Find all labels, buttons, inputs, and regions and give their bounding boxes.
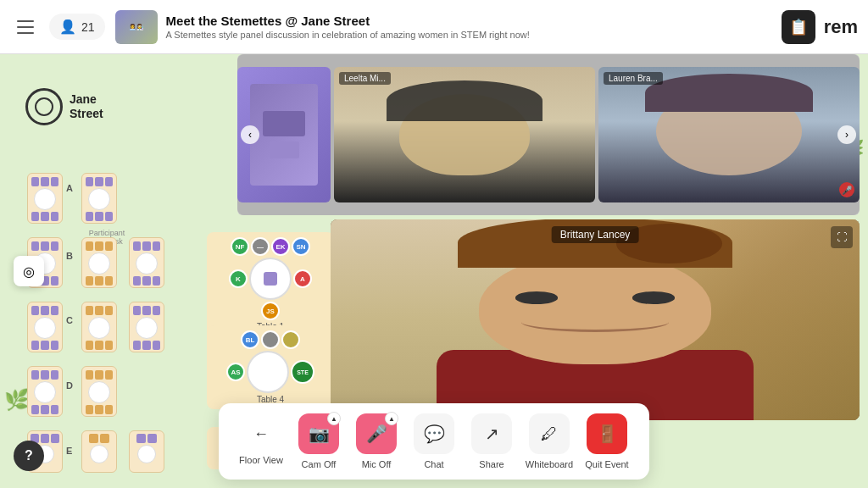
seat <box>31 405 39 414</box>
avatar-k[interactable]: K <box>229 269 248 288</box>
app-logo-button[interactable]: 📋 <box>782 10 815 44</box>
seat <box>95 212 103 221</box>
mic-off-indicator: 🎤 <box>839 182 854 197</box>
table-row-mid-t4: AS STE <box>212 351 329 393</box>
seat-row <box>31 241 58 251</box>
seat-row <box>86 212 113 221</box>
avatar-sn[interactable]: SN <box>292 237 310 256</box>
chat-button[interactable]: 💬 <box>414 413 454 454</box>
hair-1 <box>387 80 543 121</box>
share-button[interactable]: ↗ <box>471 413 512 454</box>
share-item[interactable]: ↗ Share <box>466 413 517 469</box>
avatar-gray[interactable] <box>261 330 280 349</box>
quit-icon: 🚪 <box>597 424 618 444</box>
seat <box>95 276 103 286</box>
seat <box>136 434 146 443</box>
help-button[interactable]: ? <box>14 441 44 471</box>
avatar-bl[interactable]: BL <box>241 330 259 349</box>
seat <box>142 241 150 251</box>
location-icon: ◎ <box>23 263 35 280</box>
main-video-name: Brittany Lancey <box>552 226 639 243</box>
seat-row <box>31 405 58 414</box>
seat-row <box>133 306 160 315</box>
seat <box>153 241 160 251</box>
video-next-button[interactable]: › <box>837 125 856 144</box>
row-label-e: E <box>66 446 72 456</box>
seat <box>86 212 93 221</box>
seat <box>51 241 58 251</box>
video-prev-button[interactable]: ‹ <box>241 125 259 144</box>
hamburger-line-1 <box>17 20 34 22</box>
seat-row <box>31 306 58 315</box>
floor-view-button[interactable]: ← <box>243 419 279 450</box>
seat <box>41 241 48 251</box>
app-logo-icon: 📋 <box>789 18 808 36</box>
mic-dropdown-arrow[interactable]: ▲ <box>385 412 398 425</box>
event-info: Meet the Stemettes @ Jane Street A Steme… <box>166 14 782 40</box>
seat <box>31 177 39 186</box>
avatar-ste[interactable]: STE <box>291 360 314 384</box>
seat <box>153 306 160 315</box>
whiteboard-item[interactable]: 🖊 Whiteboard <box>524 413 575 469</box>
seat-row <box>86 177 113 186</box>
seat <box>41 434 49 443</box>
share-icon: ↗ <box>485 424 499 444</box>
main-area: 🍀 🍀 🍀 🌿 🌿 JaneStreet A <box>0 54 868 488</box>
avatar-row-top: NF — EK SN <box>212 237 329 256</box>
seat <box>142 306 150 315</box>
participant-1-bg <box>334 67 595 202</box>
seat <box>31 241 39 251</box>
attendee-count: 21 <box>81 20 95 34</box>
mic-off-btn-wrapper: 🎤 ▲ <box>356 413 397 454</box>
floor-view-arrow-icon: ← <box>253 425 269 443</box>
mic-off-item[interactable]: 🎤 ▲ Mic Off <box>351 413 402 469</box>
chat-item[interactable]: 💬 Chat <box>409 413 459 469</box>
seat-row <box>31 177 58 186</box>
avatar-as[interactable]: AS <box>226 363 245 381</box>
seat-row <box>31 370 58 380</box>
avatar-ek[interactable]: EK <box>271 237 290 256</box>
floor-view-item[interactable]: ← Floor View <box>236 419 287 465</box>
expand-video-button[interactable]: ⛶ <box>831 226 853 248</box>
table-1-center <box>249 258 292 300</box>
avatar-a[interactable]: A <box>293 269 312 288</box>
table-block-a-right <box>81 173 117 224</box>
table-4-cluster: BL AS STE Table 4 <box>207 325 334 409</box>
seat <box>105 241 113 251</box>
seat <box>86 306 93 315</box>
quit-item[interactable]: 🚪 Quit Event <box>581 413 632 469</box>
menu-button[interactable] <box>10 12 41 42</box>
row-label-a: A <box>66 183 73 193</box>
row-label-b: B <box>66 251 73 261</box>
eye-right <box>632 291 675 303</box>
avatar-dash[interactable]: — <box>251 237 270 256</box>
seat <box>51 370 58 380</box>
avatar-js[interactable]: JS <box>261 302 280 320</box>
seat-row <box>31 212 58 221</box>
seat <box>95 405 103 414</box>
cam-dropdown-arrow[interactable]: ▲ <box>327 412 341 425</box>
mic-off-label: Mic Off <box>362 459 392 469</box>
table-center <box>88 252 110 274</box>
seat-row <box>132 434 161 443</box>
seat <box>51 212 58 221</box>
table-center <box>34 317 56 339</box>
avatar-nf[interactable]: NF <box>231 237 249 256</box>
seat-row <box>31 341 58 350</box>
table-center <box>34 188 56 210</box>
participant-1-name: Leelta Mi... <box>339 72 391 85</box>
avatar-yellow[interactable] <box>281 330 300 349</box>
quit-button[interactable]: 🚪 <box>587 413 627 454</box>
location-button[interactable]: ◎ <box>14 256 44 286</box>
attendee-count-badge[interactable]: 👤 21 <box>49 14 105 40</box>
mic-off-icon: 🎤 <box>366 424 387 444</box>
seat <box>31 306 39 315</box>
cam-off-item[interactable]: 📷 ▲ Cam Off <box>293 413 344 469</box>
table-block-b-right <box>81 237 117 288</box>
logo-inner <box>35 97 53 116</box>
whiteboard-button[interactable]: 🖊 <box>529 413 570 454</box>
seat <box>86 341 93 350</box>
table-center <box>136 252 158 274</box>
clover-decor-4: 🌿 <box>4 388 30 412</box>
seat <box>86 276 93 286</box>
